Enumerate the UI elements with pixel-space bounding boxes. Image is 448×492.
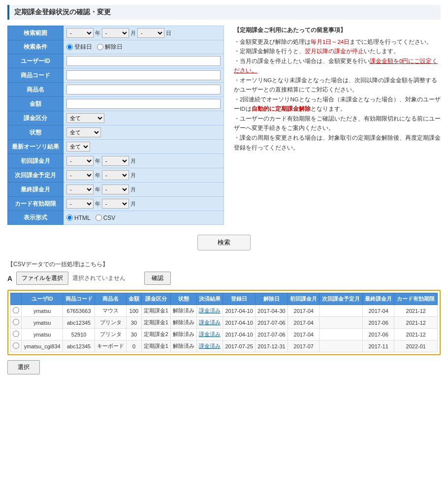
label-a: A [7,275,12,282]
card-expiry-year[interactable]: -2016201720182019202020212022 [66,199,94,209]
row-radio-2[interactable] [13,331,19,337]
next-billing-year[interactable]: -201620172018 [66,170,94,180]
row-status: 解除済み [171,340,197,352]
last-billing-month-input-cell: -201620172018 年 -01020304050607080910111… [64,183,224,197]
csv-radio-text: CSV [103,215,116,221]
first-billing-month-label: 初回課金月 [8,154,64,168]
row-card-expiry: 2021-12 [394,329,438,340]
year-label-5: 年 [95,200,100,208]
search-button-row: 検索 [7,235,441,250]
regist-date-radio[interactable] [66,44,73,50]
auth-result-input-cell: 全てOKNG [64,140,224,154]
html-radio[interactable] [66,215,73,221]
row-billing-type: 定期課金2 [141,329,170,340]
row-status: 解除済み [171,329,197,340]
first-billing-year[interactable]: -201620172018 [66,156,94,166]
pay-result-link-2[interactable]: 課金済み [199,331,221,337]
row-product-code: 67653663 [63,305,95,317]
month-label-3: 月 [130,172,136,179]
row-next-billing [320,305,362,317]
regist-date-radio-label[interactable]: 登録日 [66,43,92,51]
notes-item-2: ・定期課金解除を行うと、翌月以降の課金が停止いたします。 [234,47,441,57]
row-product-name: キーボード [95,340,127,352]
col-product-code: 商品コード [63,293,95,305]
row-cancel-date: 2017-12-31 [256,340,288,352]
confirm-button[interactable]: 確認 [144,272,171,285]
col-pay-result: 決済結果 [197,293,223,305]
billing-type-select[interactable]: 全て定期課金1定期課金2 [66,113,104,123]
row-cancel-date: 2017-04-30 [256,305,288,317]
status-select[interactable]: 全て有効解除済み [66,127,101,137]
auth-result-label: 最新オーソリ結果 [8,140,64,154]
search-range-year-start[interactable]: -201620172018 [66,28,94,38]
col-select [11,293,22,305]
row-radio-1[interactable] [13,319,19,325]
row-product-name: プリンタ [95,317,127,329]
last-billing-year[interactable]: -201620172018 [66,184,94,194]
search-range-label: 検索範囲 [8,26,64,40]
year-label-4: 年 [95,186,100,193]
amount-input-cell [64,97,224,111]
product-name-input[interactable] [66,85,221,94]
page-title: 定期課金登録状況の確認・変更 [7,5,441,20]
card-expiry-month[interactable]: -010203040506070809101112 [102,199,129,209]
status-label: 状態 [8,125,64,140]
row-billing-type: 定期課金1 [141,317,170,329]
row-radio-cell [11,340,22,352]
user-id-input[interactable] [66,56,221,66]
search-range-month-start[interactable]: -010203040506070809101112 [102,28,129,38]
pay-result-link-3[interactable]: 課金済み [199,343,221,349]
first-billing-month[interactable]: -010203040506070809101112 [102,156,129,166]
amount-input[interactable] [66,99,221,109]
regist-date-radio-text: 登録日 [74,43,92,51]
user-id-label: ユーザーID [8,54,64,68]
status-input-cell: 全て有効解除済み [64,125,224,140]
card-expiry-label: カード有効期限 [8,197,64,211]
row-card-expiry: 2021-12 [394,305,438,317]
row-status: 解除済み [171,317,197,329]
row-amount: 30 [127,317,141,329]
cancel-date-radio-text: 解除日 [105,43,123,51]
search-button[interactable]: 検索 [197,235,251,250]
csv-section-title: 【CSVデータでの一括処理はこちら】 [7,260,441,269]
row-radio-3[interactable] [13,342,19,349]
table-row: ymatsu_cgi834 abc12345 キーボード 0 定期課金1 解除済… [11,340,438,352]
cancel-date-radio[interactable] [97,44,103,50]
row-last-billing: 2017-06 [362,329,394,340]
row-radio-0[interactable] [13,307,19,313]
row-card-expiry: 2021-12 [394,317,438,329]
row-next-billing [320,340,362,352]
next-billing-month[interactable]: -010203040506070809101112 [102,170,129,180]
notes-item-7: ・課金の周期を変更される場合は、対象取引の定期課金解除後、再度定期課金登録を行っ… [234,133,441,153]
auth-result-select[interactable]: 全てOKNG [66,142,90,152]
product-code-input[interactable] [66,70,221,80]
pay-result-link-0[interactable]: 課金済み [199,308,221,313]
notes-red-5: 自動的に定期課金解除 [252,106,311,112]
table-row: ymatsu 67653663 マウス 100 定期課金1 解除済み 課金済み … [11,305,438,317]
select-button[interactable]: 選択 [7,360,40,374]
cancel-date-radio-label[interactable]: 解除日 [97,43,123,51]
html-radio-text: HTML [74,215,91,221]
col-user-id: ユーザID [22,293,63,305]
col-first-billing: 初回課金月 [288,293,320,305]
card-expiry-input-cell: -2016201720182019202020212022 年 -0102030… [64,197,224,211]
first-billing-month-input-cell: -201620172018 年 -01020304050607080910111… [64,154,224,168]
row-last-billing: 2017-04 [362,305,394,317]
csv-radio-label[interactable]: CSV [96,215,116,221]
csv-radio[interactable] [96,215,102,221]
last-billing-month[interactable]: -010203040506070809101112 [102,184,129,194]
pay-result-link-1[interactable]: 課金済み [199,319,221,325]
html-radio-label[interactable]: HTML [66,215,91,221]
file-select-button[interactable]: ファイルを選択 [16,272,68,285]
row-regist-date: 2017-04-10 [223,329,256,340]
product-name-label: 商品名 [8,83,64,97]
row-regist-date: 2017-07-25 [223,340,256,352]
row-user-id: ymatsu [22,317,63,329]
search-condition-label: 検索条件 [8,40,64,54]
user-id-input-cell [64,54,224,68]
year-label-1: 年 [95,30,100,37]
search-range-day-start[interactable]: -0102030405 [137,28,164,38]
row-product-code: 52910 [63,329,95,340]
search-condition-input-cell: 登録日 解除日 [64,40,224,54]
col-amount: 金額 [127,293,141,305]
